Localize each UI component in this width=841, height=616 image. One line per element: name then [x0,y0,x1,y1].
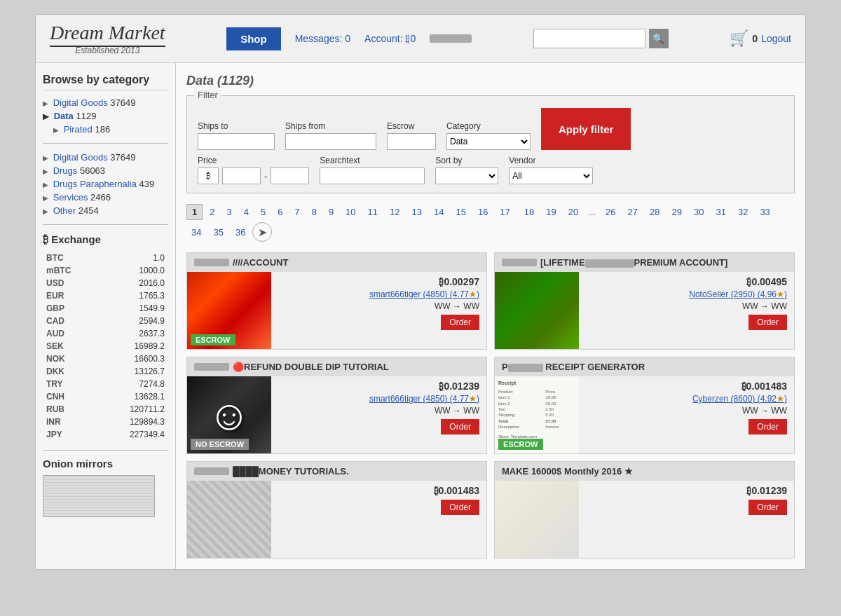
search-button[interactable]: 🔍 [649,29,669,48]
product-order-button-3[interactable]: Order [441,419,479,434]
filter-price-min[interactable] [222,167,261,184]
product-shipping-4: WW → WW [586,406,787,416]
page-30[interactable]: 30 [689,205,709,219]
cat-link-drugs[interactable]: Drugs 56063 [53,165,105,176]
page-6[interactable]: 6 [273,205,287,219]
page-34[interactable]: 34 [186,225,206,240]
page-9[interactable]: 9 [324,205,339,219]
filter-ships-from-input[interactable] [285,133,376,150]
page-14[interactable]: 14 [429,205,449,219]
rate-btc: 1.0 [77,252,167,263]
product-price-1: ₿0.00297 [278,276,479,287]
cat-link-digital-goods-2[interactable]: Digital Goods 37649 [53,152,136,163]
page-next-button[interactable]: ➤ [252,222,272,242]
product-title-mask-3 [194,363,229,371]
page-36[interactable]: 36 [231,225,250,240]
cat-item-digital-goods-2: ▶ Digital Goods 37649 [43,152,168,163]
product-seller-3[interactable]: smart666tiger (4850) (4.77★) [369,394,479,404]
cat-link-services[interactable]: Services 2466 [53,192,111,203]
filter-category-select[interactable]: Data [446,133,531,150]
page-15[interactable]: 15 [451,205,470,219]
product-order-button-2[interactable]: Order [748,315,787,330]
product-price-6: ₿0.01239 [586,485,787,496]
filter-escrow-input[interactable] [387,133,436,150]
product-seller-4[interactable]: Cyberzen (8600) (4.92★) [692,394,787,404]
product-title-6: MAKE 16000$ Monthly 2016 ★ [502,466,633,477]
page-17[interactable]: 17 [495,205,514,219]
currency-cad: CAD [44,315,76,327]
exchange-row-inr: INR129894.3 [44,416,167,427]
page-3[interactable]: 3 [221,205,236,219]
product-header-4: P RECEIPT GENERATOR [495,357,794,376]
filter-ships-to-input[interactable] [198,133,275,150]
page-7[interactable]: 7 [289,205,304,219]
exchange-title: ₿ Exchange [43,233,168,245]
filter-legend: Filter [194,90,221,100]
page-29[interactable]: 29 [667,205,687,219]
filter-price-max[interactable] [271,167,309,184]
product-order-button-5[interactable]: Order [441,500,479,515]
onion-title: Onion mirrors [43,450,168,470]
product-header-5: ████MONEY TUTORIALS. [187,462,486,481]
product-order-button-4[interactable]: Order [748,419,787,434]
filter-category-group: Category Data [446,121,531,150]
page-26[interactable]: 26 [601,205,620,219]
filter-vendor-select[interactable]: All [509,167,593,184]
currency-inr: INR [44,416,76,427]
search-input[interactable] [533,29,645,48]
product-image-3: ☺ NO ESCROW [187,376,271,453]
page-10[interactable]: 10 [341,205,360,219]
product-info-3: ₿0.01239 smart666tiger (4850) (4.77★) WW… [271,376,486,453]
filter-sortby-select[interactable] [435,167,498,184]
filter-searchtext-input[interactable] [320,167,425,184]
page-33[interactable]: 33 [755,205,774,219]
product-seller-1[interactable]: smart666tiger (4850) (4.77★) [369,289,479,299]
cat-bullet-dg2: ▶ [43,154,48,162]
cat-link-drugs-para[interactable]: Drugs Paraphernalia 439 [53,179,155,189]
page-4[interactable]: 4 [239,205,254,219]
cat-link-other[interactable]: Other 2454 [53,205,99,216]
cat-link-pirated[interactable]: Pirated 186 [64,124,111,135]
page-5[interactable]: 5 [256,205,271,219]
page-19[interactable]: 19 [541,205,561,219]
page-8[interactable]: 8 [307,205,322,219]
product-seller-row-3: smart666tiger (4850) (4.77★) [278,394,479,404]
rate-try: 7274.8 [77,378,167,390]
page-35[interactable]: 35 [208,225,228,240]
page-32[interactable]: 32 [733,205,753,219]
page-18[interactable]: 18 [519,205,539,219]
cat-bullet-drugs-para: ▶ [43,181,48,189]
filter-ships-to-group: Ships to [198,121,275,150]
cat-bullet-services: ▶ [43,194,48,202]
product-order-button-6[interactable]: Order [748,500,787,515]
product-order-button-1[interactable]: Order [441,315,479,330]
messages-link[interactable]: Messages: 0 [295,33,350,44]
rate-nok: 16600.3 [77,353,167,364]
page-1[interactable]: 1 [186,204,203,220]
page-13[interactable]: 13 [407,205,427,219]
cart-area: 🛒 0 Logout [730,29,791,48]
page-11[interactable]: 11 [363,205,383,219]
account-link[interactable]: Account: ₿0 [364,33,416,44]
cat-item-drugs: ▶ Drugs 56063 [43,165,168,176]
page-31[interactable]: 31 [711,205,730,219]
filter-price-currency[interactable] [198,167,219,184]
exchange-row-eur: EUR1765.3 [44,290,167,301]
shop-button[interactable]: Shop [226,27,281,50]
filter-price-label: Price [198,156,309,165]
page-16[interactable]: 16 [473,205,493,219]
page-28[interactable]: 28 [645,205,664,219]
onion-mirrors-image [43,475,155,517]
filter-box: Filter Ships to Ships from Escrow [186,95,795,193]
page-20[interactable]: 20 [563,205,583,219]
page-12[interactable]: 12 [385,205,404,219]
page-2[interactable]: 2 [205,205,219,219]
cat-link-digital-goods[interactable]: Digital Goods 37649 [53,97,136,108]
cat-link-data[interactable]: Data 1129 [54,111,97,121]
product-price-3: ₿0.01239 [278,381,479,392]
apply-filter-button[interactable]: Apply filter [541,108,631,150]
logout-link[interactable]: Logout [761,33,791,44]
product-seller-2[interactable]: NotoSeller (2950) (4.96★) [689,289,787,299]
rate-inr: 129894.3 [77,416,167,427]
page-27[interactable]: 27 [623,205,643,219]
